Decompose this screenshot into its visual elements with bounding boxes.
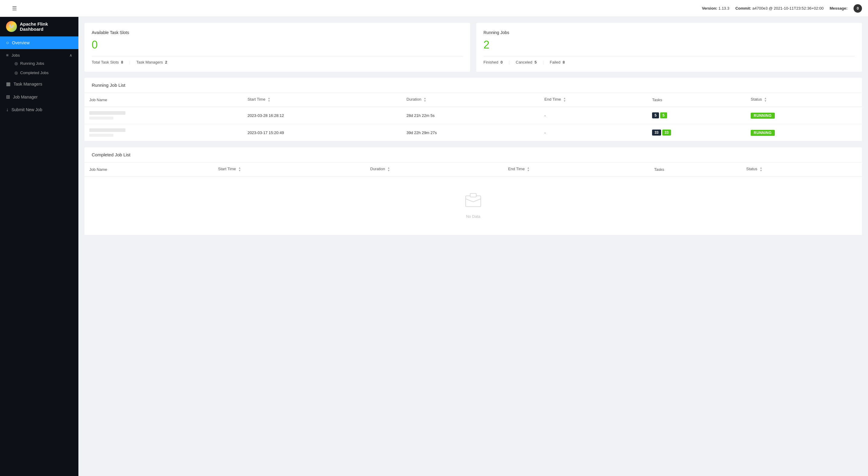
sidebar-job-manager-label: Job Manager <box>13 95 38 99</box>
top-bar: ☰ Version: 1.13.3 Commit: a4700e3 @ 2021… <box>0 0 868 17</box>
comp-status-sort-icon: ▲▼ <box>760 167 763 172</box>
status-cell-2: RUNNING <box>746 124 862 141</box>
commit-text: Commit: a4700e3 @ 2021-10-11T23:52:36+02… <box>735 6 824 10</box>
task-managers-icon: ▦ <box>6 81 10 87</box>
main-content: Available Task Slots 0 Total Task Slots … <box>79 17 868 476</box>
top-bar-content: ☰ Version: 1.13.3 Commit: a4700e3 @ 2021… <box>6 4 862 13</box>
running-job-row-2[interactable]: 2023-03-17 15:20:49 39d 22h 29m 27s - 33… <box>85 124 862 141</box>
status-badge-1: RUNNING <box>751 113 775 119</box>
message-badge[interactable]: 0 <box>854 4 862 13</box>
sidebar-item-overview[interactable]: ○ Overview <box>0 36 79 49</box>
sidebar-item-job-manager[interactable]: ⊞ Job Manager <box>0 90 79 103</box>
comp-col-end-time[interactable]: End Time ▲▼ <box>503 162 649 176</box>
col-end-time[interactable]: End Time ▲▼ <box>539 93 647 107</box>
running-job-table: Job Name Start Time ▲▼ Duration ▲▼ End T… <box>85 93 862 141</box>
col-status[interactable]: Status ▲▼ <box>746 93 862 107</box>
running-jobs-title: Running Jobs <box>484 30 855 35</box>
tasks-running-badge-1: 5 <box>660 112 667 118</box>
running-jobs-icon: ◎ <box>14 61 18 66</box>
comp-col-tasks: Tasks <box>649 162 741 176</box>
finished-stat: Finished 0 <box>484 60 503 65</box>
jobs-expand-icon: ∧ <box>69 53 72 58</box>
hamburger-icon: ☰ <box>12 5 17 11</box>
logo-title: Apache Flink Dashboard <box>20 22 72 32</box>
running-jobs-stats: Finished 0 | Canceled 5 | Failed 8 <box>484 60 855 65</box>
status-badge-2: RUNNING <box>751 130 775 136</box>
tasks-badges-2: 33 33 <box>652 130 741 136</box>
overview-cards: Available Task Slots 0 Total Task Slots … <box>85 23 862 72</box>
finished-value: 0 <box>500 60 502 65</box>
col-start-time[interactable]: Start Time ▲▼ <box>243 93 402 107</box>
start-time-sort-icon: ▲▼ <box>268 97 271 102</box>
start-time-cell-1: 2023-03-28 16:28:12 <box>243 107 402 124</box>
task-managers-value: 2 <box>165 60 167 65</box>
no-data-row: No Data <box>85 176 862 235</box>
sidebar-task-managers-label: Task Managers <box>13 82 42 87</box>
task-managers-stat: Task Managers 2 <box>136 60 167 65</box>
running-job-row-1[interactable]: 2023-03-28 16:28:12 28d 21h 22m 5s - 5 5… <box>85 107 862 124</box>
sidebar-item-submit-new-job[interactable]: ↓ Submit New Job <box>0 103 79 116</box>
sidebar-item-task-managers[interactable]: ▦ Task Managers <box>0 77 79 90</box>
running-job-list-card: Running Job List Job Name Start Time ▲▼ … <box>85 78 862 141</box>
sidebar-submit-job-label: Submit New Job <box>11 107 42 112</box>
tasks-total-badge-1: 5 <box>652 112 659 118</box>
job-name-cell-2 <box>85 124 243 141</box>
job-name-placeholder2-2 <box>89 134 114 137</box>
completed-jobs-icon: ◎ <box>14 70 18 75</box>
message-text: Message: <box>830 6 847 10</box>
tasks-running-badge-2: 33 <box>662 130 671 136</box>
sidebar-item-completed-jobs[interactable]: ◎ Completed Jobs <box>0 68 79 77</box>
sidebar-running-jobs-label: Running Jobs <box>20 61 44 66</box>
col-tasks: Tasks <box>647 93 746 107</box>
job-name-placeholder-1 <box>89 111 125 115</box>
job-name-placeholder2-1 <box>89 116 114 120</box>
running-jobs-value: 2 <box>484 39 855 51</box>
running-job-list-header: Running Job List <box>85 78 862 93</box>
col-duration[interactable]: Duration ▲▼ <box>402 93 539 107</box>
stats-separator: | <box>129 60 130 65</box>
job-manager-icon: ⊞ <box>6 94 10 100</box>
end-time-cell-1: - <box>539 107 647 124</box>
tasks-total-badge-2: 33 <box>652 130 661 136</box>
completed-job-table: Job Name Start Time ▲▼ Duration ▲▼ End T… <box>85 162 862 235</box>
version-text: Version: 1.13.3 <box>702 6 729 10</box>
total-task-slots-value: 8 <box>121 60 123 65</box>
duration-cell-1: 28d 21h 22m 5s <box>402 107 539 124</box>
duration-cell-2: 39d 22h 29m 27s <box>402 124 539 141</box>
sidebar-logo: 🐿 Apache Flink Dashboard <box>0 17 79 36</box>
svg-rect-0 <box>466 196 481 207</box>
comp-col-duration[interactable]: Duration ▲▼ <box>366 162 503 176</box>
tasks-cell-2: 33 33 <box>647 124 746 141</box>
overview-icon: ○ <box>6 40 9 45</box>
version-info: Version: 1.13.3 Commit: a4700e3 @ 2021-1… <box>702 4 862 13</box>
no-data-container: No Data <box>89 181 857 231</box>
status-cell-1: RUNNING <box>746 107 862 124</box>
no-data-text: No Data <box>466 214 480 219</box>
tasks-badges-1: 5 5 <box>652 112 741 118</box>
app-layout: 🐿 Apache Flink Dashboard ○ Overview ≡ Jo… <box>0 17 868 476</box>
logo-icon: 🐿 <box>6 21 17 32</box>
failed-value: 8 <box>562 60 565 65</box>
job-name-cell-1 <box>85 107 243 124</box>
sidebar-completed-jobs-label: Completed Jobs <box>20 70 49 75</box>
comp-col-start-time[interactable]: Start Time ▲▼ <box>213 162 365 176</box>
comp-start-time-sort-icon: ▲▼ <box>238 167 241 172</box>
start-time-cell-2: 2023-03-17 15:20:49 <box>243 124 402 141</box>
col-job-name[interactable]: Job Name <box>85 93 243 107</box>
sidebar-section-jobs[interactable]: ≡ Jobs ∧ <box>0 49 79 59</box>
available-task-slots-card: Available Task Slots 0 Total Task Slots … <box>85 23 470 72</box>
available-task-slots-title: Available Task Slots <box>92 30 463 35</box>
comp-col-status[interactable]: Status ▲▼ <box>741 162 862 176</box>
duration-sort-icon: ▲▼ <box>424 97 427 102</box>
end-time-sort-icon: ▲▼ <box>563 97 566 102</box>
comp-col-job-name[interactable]: Job Name <box>85 162 213 176</box>
menu-toggle-button[interactable]: ☰ <box>12 5 17 12</box>
completed-job-list-header: Completed Job List <box>85 147 862 162</box>
sidebar-item-running-jobs[interactable]: ◎ Running Jobs <box>0 59 79 68</box>
failed-stat: Failed 8 <box>550 60 565 65</box>
sidebar-jobs-label: Jobs <box>11 53 20 58</box>
no-data-cell: No Data <box>85 176 862 235</box>
svg-rect-1 <box>470 194 476 197</box>
task-slots-stats: Total Task Slots 8 | Task Managers 2 <box>92 60 463 65</box>
running-job-table-header-row: Job Name Start Time ▲▼ Duration ▲▼ End T… <box>85 93 862 107</box>
